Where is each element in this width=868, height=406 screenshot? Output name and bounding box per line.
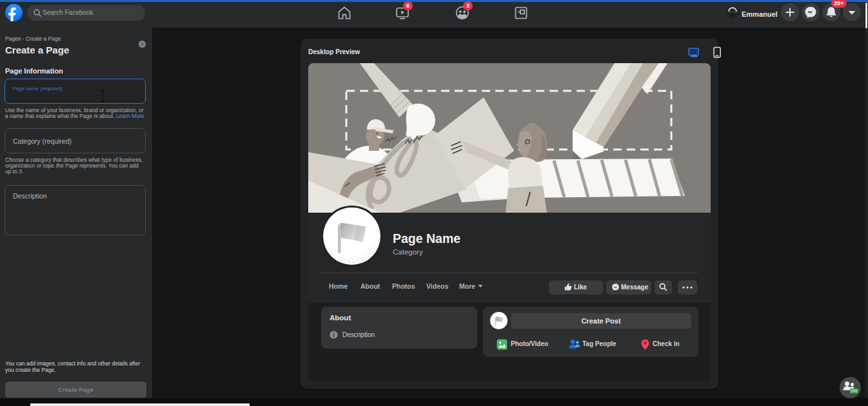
svg-text:200: 200 [851, 389, 858, 393]
